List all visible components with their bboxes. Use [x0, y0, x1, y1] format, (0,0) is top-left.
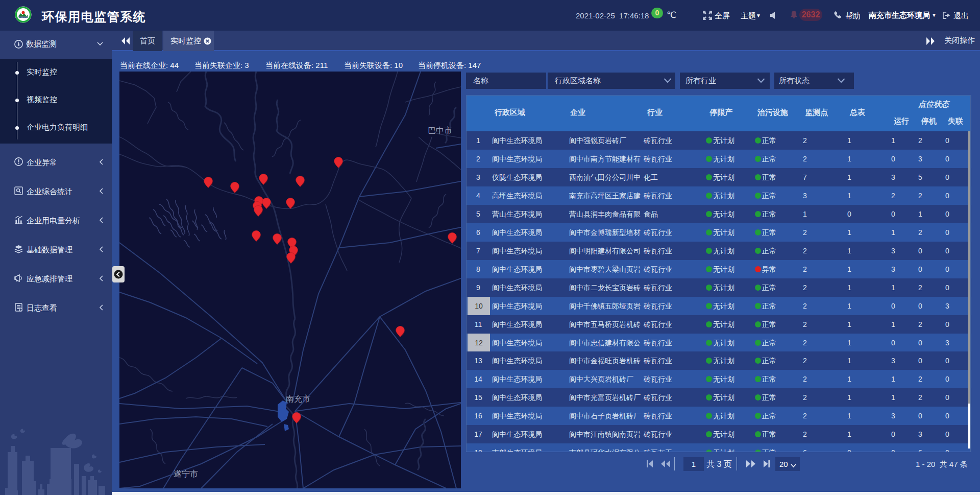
svg-text:遂宁市: 遂宁市 — [174, 469, 198, 478]
svg-text:南充市: 南充市 — [286, 394, 310, 403]
svg-text:巴中市: 巴中市 — [428, 126, 452, 135]
